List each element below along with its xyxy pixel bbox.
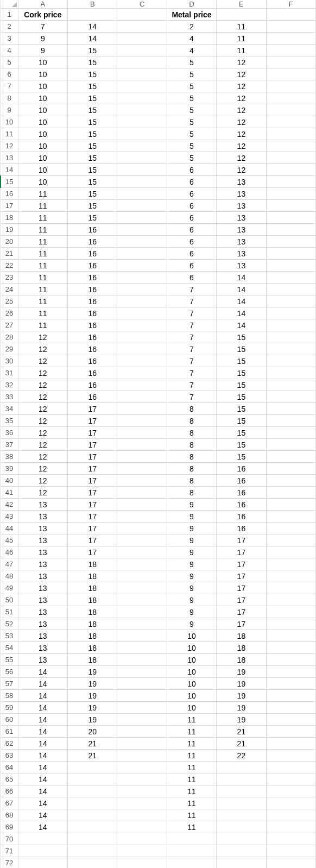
cell[interactable]: 12 (217, 104, 266, 116)
cell[interactable] (117, 439, 167, 451)
col-header[interactable]: D (167, 0, 216, 9)
cell[interactable] (266, 331, 315, 343)
cell[interactable] (266, 463, 315, 475)
row-header[interactable]: 25 (1, 295, 18, 307)
cell[interactable]: 17 (217, 594, 266, 606)
cell[interactable]: 9 (18, 45, 67, 56)
cell[interactable]: 10 (18, 176, 67, 188)
cell[interactable] (117, 295, 167, 307)
cell[interactable] (266, 690, 315, 702)
cell[interactable] (266, 379, 315, 391)
cell[interactable]: 17 (68, 463, 117, 475)
cell[interactable] (266, 439, 315, 451)
cell[interactable]: 14 (18, 666, 67, 678)
cell[interactable]: 17 (68, 499, 117, 511)
cell[interactable]: 14 (68, 21, 117, 33)
cell[interactable] (117, 690, 167, 702)
cell[interactable]: 13 (217, 248, 266, 260)
cell[interactable]: 12 (217, 116, 266, 128)
cell[interactable]: 17 (68, 439, 117, 451)
row-header[interactable]: 35 (1, 415, 18, 427)
row-header[interactable]: 1 (1, 9, 18, 21)
row-header[interactable]: 55 (1, 654, 18, 666)
cell[interactable]: 14 (18, 785, 67, 797)
cell[interactable] (266, 176, 315, 188)
row-header[interactable]: 18 (1, 212, 18, 224)
cell[interactable]: 18 (68, 642, 117, 654)
cell[interactable]: 11 (18, 272, 67, 284)
cell[interactable]: 15 (217, 367, 266, 379)
cell[interactable] (266, 534, 315, 546)
row-header[interactable]: 61 (1, 726, 18, 738)
cell[interactable]: 19 (68, 714, 117, 726)
cell[interactable]: 17 (68, 546, 117, 558)
cell[interactable]: 14 (18, 762, 67, 773)
cell[interactable]: 5 (167, 56, 216, 68)
cell[interactable]: 16 (68, 248, 117, 260)
cell[interactable]: 12 (18, 451, 67, 463)
cell[interactable] (167, 833, 216, 845)
cell[interactable]: 15 (217, 391, 266, 403)
cell[interactable]: 13 (18, 654, 67, 666)
cell[interactable]: 12 (217, 164, 266, 176)
cell[interactable] (117, 319, 167, 331)
cell[interactable] (266, 104, 315, 116)
cell[interactable] (18, 857, 67, 869)
cell[interactable]: 11 (18, 236, 67, 248)
cell[interactable]: 14 (18, 726, 67, 738)
cell[interactable] (266, 307, 315, 319)
cell[interactable]: 15 (68, 128, 117, 140)
cell[interactable]: 5 (167, 80, 216, 92)
cell[interactable]: 14 (68, 33, 117, 45)
cell[interactable]: 7 (167, 295, 216, 307)
cell[interactable]: 10 (167, 630, 216, 642)
cell[interactable]: 15 (68, 116, 117, 128)
cell[interactable] (68, 833, 117, 845)
row-header[interactable]: 40 (1, 475, 18, 487)
cell[interactable]: 18 (68, 570, 117, 582)
cell[interactable] (266, 128, 315, 140)
cell[interactable]: 12 (18, 439, 67, 451)
cell[interactable]: Cork price (18, 9, 67, 21)
cell[interactable] (266, 272, 315, 284)
cell[interactable]: 13 (18, 618, 67, 630)
cell[interactable] (167, 857, 216, 869)
cell[interactable]: 7 (167, 343, 216, 355)
cell[interactable] (117, 606, 167, 618)
cell[interactable] (266, 702, 315, 714)
row-header[interactable]: 7 (1, 80, 18, 92)
cell[interactable] (266, 714, 315, 726)
cell[interactable] (68, 845, 117, 857)
cell[interactable] (117, 511, 167, 523)
cell[interactable] (117, 355, 167, 367)
cell[interactable]: 17 (68, 487, 117, 499)
cell[interactable] (117, 523, 167, 534)
cell[interactable]: 17 (217, 558, 266, 570)
row-header[interactable]: 50 (1, 594, 18, 606)
cell[interactable] (117, 343, 167, 355)
row-header[interactable]: 41 (1, 487, 18, 499)
cell[interactable]: 13 (18, 582, 67, 594)
cell[interactable]: 18 (68, 606, 117, 618)
cell[interactable]: 13 (217, 212, 266, 224)
cell[interactable]: 14 (18, 750, 67, 762)
cell[interactable] (117, 845, 167, 857)
cell[interactable] (266, 403, 315, 415)
cell[interactable] (266, 857, 315, 869)
cell[interactable]: 13 (217, 260, 266, 272)
cell[interactable] (266, 797, 315, 809)
row-header[interactable]: 22 (1, 260, 18, 272)
cell[interactable]: 10 (18, 56, 67, 68)
cell[interactable]: 14 (217, 307, 266, 319)
cell[interactable]: 10 (18, 128, 67, 140)
cell[interactable]: 10 (18, 152, 67, 164)
cell[interactable]: 13 (18, 523, 67, 534)
cell[interactable] (217, 845, 266, 857)
row-header[interactable]: 29 (1, 343, 18, 355)
cell[interactable]: 14 (217, 284, 266, 295)
cell[interactable]: 18 (68, 630, 117, 642)
cell[interactable] (266, 224, 315, 236)
cell[interactable]: 9 (167, 558, 216, 570)
row-header[interactable]: 14 (1, 164, 18, 176)
cell[interactable]: 5 (167, 92, 216, 104)
